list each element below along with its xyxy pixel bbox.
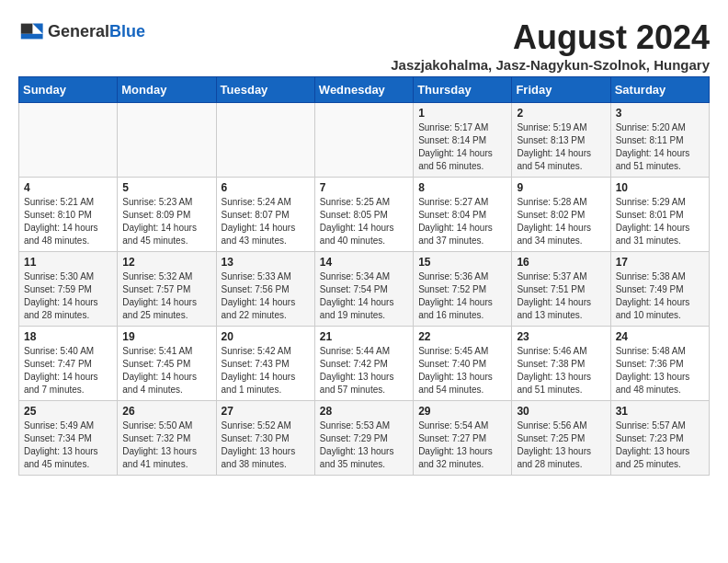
col-sunday: Sunday [19,77,118,103]
day-number: 9 [517,181,605,194]
day-info: Sunrise: 5:27 AM Sunset: 8:04 PM Dayligh… [418,196,506,247]
table-row: 16Sunrise: 5:37 AM Sunset: 7:51 PM Dayli… [512,252,610,327]
day-info: Sunrise: 5:17 AM Sunset: 8:14 PM Dayligh… [418,121,506,173]
calendar-week-row: 11Sunrise: 5:30 AM Sunset: 7:59 PM Dayli… [19,252,710,327]
day-number: 17 [616,256,704,269]
day-number: 30 [517,405,605,418]
day-info: Sunrise: 5:57 AM Sunset: 7:23 PM Dayligh… [616,419,704,471]
day-number: 25 [24,405,112,418]
day-number: 29 [418,405,506,418]
day-info: Sunrise: 5:30 AM Sunset: 7:59 PM Dayligh… [24,270,112,322]
table-row: 10Sunrise: 5:29 AM Sunset: 8:01 PM Dayli… [610,178,709,252]
day-number: 5 [122,181,210,194]
table-row: 31Sunrise: 5:57 AM Sunset: 7:23 PM Dayli… [610,401,709,476]
col-wednesday: Wednesday [314,77,413,103]
day-number: 13 [222,256,310,269]
day-info: Sunrise: 5:50 AM Sunset: 7:32 PM Dayligh… [122,419,210,471]
day-number: 8 [418,181,506,194]
table-row: 7Sunrise: 5:25 AM Sunset: 8:05 PM Daylig… [314,178,413,252]
day-number: 10 [616,181,704,194]
table-row [19,103,118,178]
table-row: 14Sunrise: 5:34 AM Sunset: 7:54 PM Dayli… [314,252,413,327]
month-year: August 2024 [391,18,710,57]
day-number: 26 [122,405,210,418]
logo-blue: Blue [109,22,145,40]
col-thursday: Thursday [414,77,512,103]
table-row: 29Sunrise: 5:54 AM Sunset: 7:27 PM Dayli… [414,401,512,476]
table-row: 20Sunrise: 5:42 AM Sunset: 7:43 PM Dayli… [216,327,314,401]
logo-text: GeneralBlue [48,22,145,41]
table-row: 23Sunrise: 5:46 AM Sunset: 7:38 PM Dayli… [512,327,610,401]
day-number: 28 [320,405,408,418]
day-info: Sunrise: 5:34 AM Sunset: 7:54 PM Dayligh… [320,270,408,322]
table-row: 22Sunrise: 5:45 AM Sunset: 7:40 PM Dayli… [414,327,512,401]
table-row: 12Sunrise: 5:32 AM Sunset: 7:57 PM Dayli… [118,252,216,327]
col-monday: Monday [118,77,216,103]
table-row: 30Sunrise: 5:56 AM Sunset: 7:25 PM Dayli… [512,401,610,476]
table-row: 11Sunrise: 5:30 AM Sunset: 7:59 PM Dayli… [19,252,118,327]
table-row: 17Sunrise: 5:38 AM Sunset: 7:49 PM Dayli… [610,252,709,327]
day-info: Sunrise: 5:29 AM Sunset: 8:01 PM Dayligh… [616,196,704,247]
day-number: 2 [517,107,605,120]
day-info: Sunrise: 5:23 AM Sunset: 8:09 PM Dayligh… [122,196,210,247]
day-number: 20 [222,330,310,343]
day-info: Sunrise: 5:36 AM Sunset: 7:52 PM Dayligh… [418,270,506,322]
table-row: 19Sunrise: 5:41 AM Sunset: 7:45 PM Dayli… [118,327,216,401]
day-info: Sunrise: 5:44 AM Sunset: 7:42 PM Dayligh… [320,345,408,396]
logo-icon [18,18,44,44]
title-area: August 2024 Jaszjakohalma, Jasz-Nagykun-… [391,18,710,73]
day-info: Sunrise: 5:54 AM Sunset: 7:27 PM Dayligh… [418,419,506,471]
day-number: 6 [222,181,310,194]
day-number: 18 [24,330,112,343]
day-number: 15 [418,256,506,269]
calendar-week-row: 1Sunrise: 5:17 AM Sunset: 8:14 PM Daylig… [19,103,710,178]
day-number: 14 [320,256,408,269]
table-row: 4Sunrise: 5:21 AM Sunset: 8:10 PM Daylig… [19,178,118,252]
day-info: Sunrise: 5:49 AM Sunset: 7:34 PM Dayligh… [24,419,112,471]
day-info: Sunrise: 5:56 AM Sunset: 7:25 PM Dayligh… [517,419,605,471]
day-number: 22 [418,330,506,343]
table-row: 6Sunrise: 5:24 AM Sunset: 8:07 PM Daylig… [216,178,314,252]
day-info: Sunrise: 5:41 AM Sunset: 7:45 PM Dayligh… [122,345,210,396]
table-row: 8Sunrise: 5:27 AM Sunset: 8:04 PM Daylig… [414,178,512,252]
day-number: 23 [517,330,605,343]
table-row [314,103,413,178]
table-row: 26Sunrise: 5:50 AM Sunset: 7:32 PM Dayli… [118,401,216,476]
calendar-header-row: Sunday Monday Tuesday Wednesday Thursday… [19,77,710,103]
table-row: 3Sunrise: 5:20 AM Sunset: 8:11 PM Daylig… [610,103,709,178]
day-info: Sunrise: 5:37 AM Sunset: 7:51 PM Dayligh… [517,270,605,322]
table-row: 24Sunrise: 5:48 AM Sunset: 7:36 PM Dayli… [610,327,709,401]
day-info: Sunrise: 5:21 AM Sunset: 8:10 PM Dayligh… [24,196,112,247]
table-row: 15Sunrise: 5:36 AM Sunset: 7:52 PM Dayli… [414,252,512,327]
day-info: Sunrise: 5:48 AM Sunset: 7:36 PM Dayligh… [616,345,704,396]
calendar-week-row: 4Sunrise: 5:21 AM Sunset: 8:10 PM Daylig… [19,178,710,252]
day-number: 4 [24,181,112,194]
table-row: 21Sunrise: 5:44 AM Sunset: 7:42 PM Dayli… [314,327,413,401]
day-info: Sunrise: 5:52 AM Sunset: 7:30 PM Dayligh… [222,419,310,471]
day-number: 12 [122,256,210,269]
day-number: 21 [320,330,408,343]
day-info: Sunrise: 5:45 AM Sunset: 7:40 PM Dayligh… [418,345,506,396]
day-number: 16 [517,256,605,269]
logo-general: General [48,22,109,40]
logo: GeneralBlue [18,18,145,44]
day-info: Sunrise: 5:42 AM Sunset: 7:43 PM Dayligh… [222,345,310,396]
table-row: 2Sunrise: 5:19 AM Sunset: 8:13 PM Daylig… [512,103,610,178]
table-row: 13Sunrise: 5:33 AM Sunset: 7:56 PM Dayli… [216,252,314,327]
calendar-week-row: 25Sunrise: 5:49 AM Sunset: 7:34 PM Dayli… [19,401,710,476]
col-friday: Friday [512,77,610,103]
day-number: 24 [616,330,704,343]
day-number: 7 [320,181,408,194]
day-number: 3 [616,107,704,120]
table-row [118,103,216,178]
svg-rect-2 [21,24,33,34]
page-header: GeneralBlue August 2024 Jaszjakohalma, J… [18,18,710,73]
table-row: 28Sunrise: 5:53 AM Sunset: 7:29 PM Dayli… [314,401,413,476]
day-info: Sunrise: 5:28 AM Sunset: 8:02 PM Dayligh… [517,196,605,247]
day-info: Sunrise: 5:20 AM Sunset: 8:11 PM Dayligh… [616,121,704,173]
day-number: 27 [222,405,310,418]
table-row: 5Sunrise: 5:23 AM Sunset: 8:09 PM Daylig… [118,178,216,252]
calendar-week-row: 18Sunrise: 5:40 AM Sunset: 7:47 PM Dayli… [19,327,710,401]
day-number: 19 [122,330,210,343]
day-number: 1 [418,107,506,120]
